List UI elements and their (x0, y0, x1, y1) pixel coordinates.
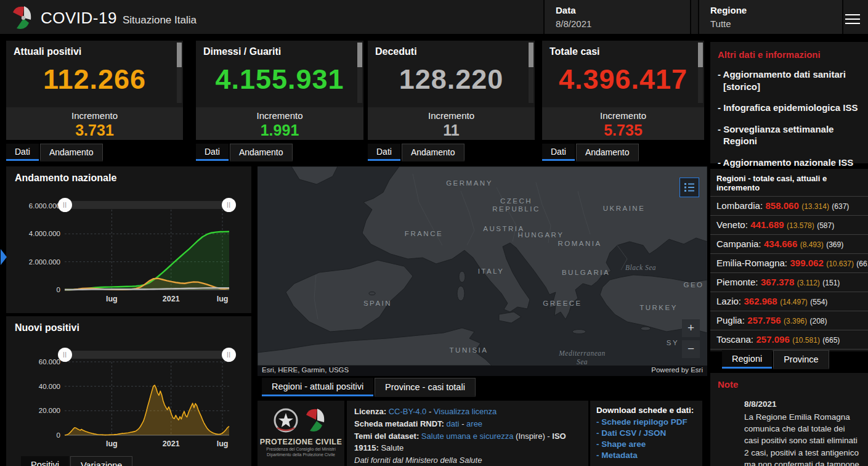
tab-dati[interactable]: Dati (368, 144, 400, 161)
tab-regioni-attuali-positivi[interactable]: Regioni - attuali positivi (262, 378, 373, 396)
svg-text:lug: lug (106, 295, 118, 303)
footer-link[interactable]: aree (466, 419, 482, 428)
svg-text:lug: lug (217, 439, 229, 448)
svg-text:2.000.000: 2.000.000 (29, 258, 60, 266)
license-line: Licenza: CC-BY-4.0 - Visualizza licenza (354, 406, 581, 418)
region-row[interactable]: Campania: 434.666 (8.493) (369) (710, 234, 868, 253)
region-row[interactable]: Piemonte: 367.378 (3.112) (151) (710, 272, 868, 292)
tab-regioni[interactable]: Regioni (722, 350, 772, 369)
stat-card-value: 4.396.417 (542, 63, 704, 96)
tab-province-casi-totali[interactable]: Province - casi totali (375, 378, 476, 397)
license-info-block: Licenza: CC-BY-4.0 - Visualizza licenzaS… (347, 401, 588, 466)
expand-panel-arrow[interactable] (1, 249, 7, 265)
note-panel: Note 8/8/2021 La Regione Emilia Romagna … (710, 373, 868, 466)
region-row[interactable]: Toscana: 257.096 (10.581) (665) (710, 330, 868, 349)
stat-card-title: Attuali positivi (6, 41, 183, 57)
region-filter-label: Regione (710, 5, 831, 15)
license-line: Scheda metadati RNDT: dati - aree (354, 418, 581, 430)
slider-handle-left[interactable]: || (58, 198, 72, 212)
time-range-slider[interactable] (65, 351, 229, 359)
region-row[interactable]: Lombardia: 858.060 (13.314) (637) (710, 196, 868, 215)
region-filter[interactable]: Regione Tutte (698, 0, 843, 34)
republic-emblem-icon (272, 407, 299, 434)
tab-andamento[interactable]: Andamento (576, 144, 639, 161)
date-filter-label: Data (556, 5, 679, 15)
date-filter-value: 8/8/2021 (556, 18, 679, 29)
footer-link[interactable]: CC-BY-4.0 (389, 407, 427, 416)
tab-positivi[interactable]: Positivi (21, 456, 69, 466)
svg-text:0: 0 (57, 286, 60, 293)
license-line: Temi del dataset: Salute umana e sicurez… (354, 430, 581, 455)
other-data-title: Altri dati e informazioni (718, 49, 861, 60)
card-tabs: DatiAndamento (196, 144, 294, 161)
region-row[interactable]: Emilia-Romagna: 399.062 (10.637) (661) (710, 253, 868, 272)
map-attribution: Esri, HERE, Garmin, USGS Powered by Esri (258, 366, 707, 376)
svg-text:0: 0 (57, 431, 60, 439)
map-tabs: Regioni - attuali positiviProvince - cas… (262, 378, 477, 397)
region-row[interactable]: Veneto: 441.689 (13.578) (587) (710, 215, 868, 234)
svg-text:lug: lug (106, 439, 118, 448)
tab-dati[interactable]: Dati (6, 144, 39, 161)
card-tabs: DatiAndamento (6, 144, 104, 161)
date-filter[interactable]: Data 8/8/2021 (543, 0, 691, 34)
time-range-slider[interactable] (65, 201, 229, 209)
info-link[interactable]: - Sorveglianza settimanale Regioni (718, 123, 861, 147)
download-link[interactable]: - Schede riepilogo PDF (596, 417, 696, 427)
card-tabs: DatiAndamento (368, 144, 466, 161)
download-link[interactable]: - Shape aree (596, 439, 696, 449)
andamento-chart: 02.000.0004.000.0006.000.000lug2021lug (6, 166, 251, 313)
footer-logo-block: PROTEZIONE CIVILE Presidenza del Consigl… (258, 401, 344, 466)
layer-list-button[interactable] (679, 178, 699, 197)
download-link[interactable]: - Metadata (596, 451, 696, 460)
tab-province[interactable]: Province (773, 350, 829, 369)
footer-link[interactable]: dati (447, 419, 460, 428)
hamburger-menu-icon[interactable] (845, 11, 861, 25)
zoom-out-button[interactable]: − (682, 340, 700, 358)
tab-dati[interactable]: Dati (542, 144, 575, 161)
svg-text:6.000.000: 6.000.000 (29, 202, 60, 210)
regions-list-title: Regioni - totale casi, attuali e increme… (710, 169, 868, 196)
tab-andamento[interactable]: Andamento (40, 144, 103, 161)
card-scrollbar[interactable] (698, 43, 703, 103)
info-link[interactable]: - Aggiornamento dati sanitari [storico] (718, 68, 861, 92)
page-subtitle: Situazione Italia (123, 14, 197, 26)
info-link[interactable]: - Infografica epidemiologica ISS (718, 102, 861, 114)
slider-handle-left[interactable]: || (58, 348, 72, 362)
footer-logo-sub2: Dipartimento della Protezione Civile (258, 452, 344, 457)
card-scrollbar[interactable] (357, 43, 362, 103)
footer-link[interactable]: Salute umana e sicurezza (421, 431, 514, 441)
tab-dati[interactable]: Dati (196, 144, 229, 161)
increment-label: Incremento (542, 110, 704, 121)
card-scrollbar[interactable] (529, 43, 533, 103)
svg-text:2021: 2021 (163, 439, 180, 448)
region-filter-value: Tutte (710, 18, 831, 29)
card-scrollbar[interactable] (177, 43, 182, 103)
note-text: La Regione Emilia Romagna comunica che d… (744, 411, 859, 466)
nuovi-positivi-tabs: PositiviVariazione (21, 456, 134, 466)
info-link[interactable]: - Aggiornamento nazionale ISS (718, 157, 861, 169)
stat-card-value: 128.220 (368, 63, 535, 96)
tab-variazione[interactable]: Variazione (70, 456, 132, 466)
nuovi-positivi-chart: 020.00040.00060.000lug2021lug (6, 316, 251, 466)
tab-andamento[interactable]: Andamento (230, 144, 293, 161)
card-tabs: DatiAndamento (542, 144, 640, 161)
zoom-in-button[interactable]: + (682, 319, 700, 337)
stat-card: Dimessi / Guariti 4.155.931 Incremento 1… (196, 41, 363, 162)
download-block: Download schede e dati: - Schede riepilo… (590, 401, 702, 466)
svg-text:2021: 2021 (163, 295, 180, 303)
stat-card-title: Deceduti (368, 41, 535, 57)
footer-logo-sub1: Presidenza del Consiglio dei Ministri (258, 446, 344, 452)
tab-andamento[interactable]: Andamento (402, 144, 464, 161)
download-link[interactable]: - Dati CSV / JSON (596, 428, 696, 438)
slider-handle-right[interactable]: || (222, 348, 236, 362)
slider-handle-right[interactable]: || (222, 198, 236, 212)
region-row[interactable]: Puglia: 257.756 (3.396) (208) (710, 311, 868, 330)
europe-map[interactable]: + − GERMANYCZECHREPUBLICUKRAINEFRANCEAUS… (258, 166, 707, 376)
increment-value: 11 (368, 121, 535, 139)
stat-card: Attuali positivi 112.266 Incremento 3.73… (6, 41, 183, 162)
footer-link[interactable]: Visualizza licenza (434, 407, 497, 416)
license-line: Dati forniti dal Ministero della Salute (354, 454, 581, 466)
regions-province-tabs: RegioniProvince (722, 350, 830, 369)
region-row[interactable]: Lazio: 362.968 (14.497) (554) (710, 292, 868, 311)
stat-card: Totale casi 4.396.417 Incremento 5.735 D… (542, 41, 704, 162)
